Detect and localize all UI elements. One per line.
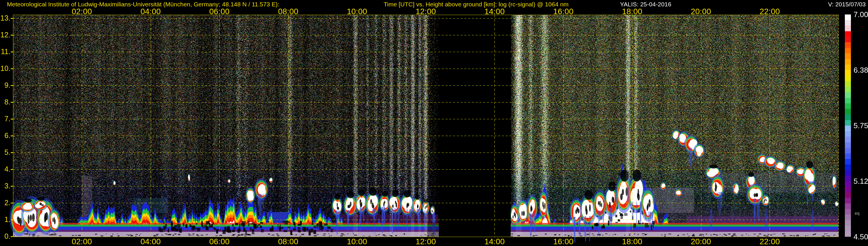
y-tick-label: 11. bbox=[0, 48, 10, 56]
x-tick-label-top: 16:00 bbox=[550, 7, 577, 16]
x-tick-label-top: 20:00 bbox=[687, 7, 715, 16]
colorbar bbox=[845, 14, 851, 237]
x-tick-label-top: 22:00 bbox=[756, 7, 783, 16]
software-version: V: 2015/07/03 bbox=[828, 1, 866, 7]
y-tick-label: 4. bbox=[0, 165, 10, 173]
institute-title: Meteorological Institute of Ludwig-Maxim… bbox=[7, 1, 279, 7]
x-tick-label-bottom: 12:00 bbox=[412, 237, 440, 246]
x-tick-label-bottom: 22:00 bbox=[756, 237, 783, 246]
x-tick-label-bottom: 18:00 bbox=[618, 237, 646, 246]
plot-title: Time [UTC] vs. Height above ground [km]:… bbox=[384, 1, 568, 7]
colorbar-tick-label: 5.12 bbox=[854, 177, 868, 186]
colorbar-tick-label: 7.00 bbox=[854, 10, 868, 19]
x-tick-label-top: 04:00 bbox=[137, 7, 165, 16]
x-tick-label-top: 02:00 bbox=[68, 7, 96, 16]
y-tick-label: 5. bbox=[0, 149, 10, 157]
x-tick-label-top: 14:00 bbox=[480, 7, 508, 16]
x-tick-label-top: 18:00 bbox=[618, 7, 646, 16]
y-tick-label: 7. bbox=[0, 115, 10, 123]
y-tick-label: 12. bbox=[0, 31, 10, 39]
y-tick-label: 13. bbox=[0, 14, 10, 22]
x-tick-label-bottom: 20:00 bbox=[687, 237, 715, 246]
y-tick-label: 9. bbox=[0, 81, 10, 89]
y-tick-label: 10. bbox=[0, 65, 10, 73]
colorbar-unit-note: eq bbox=[855, 211, 860, 216]
y-tick-label: 0. bbox=[0, 233, 10, 241]
y-tick-label: 8. bbox=[0, 98, 10, 106]
lidar-heatmap-canvas bbox=[0, 0, 868, 246]
x-tick-label-bottom: 16:00 bbox=[550, 237, 577, 246]
lidar-quicklook-app: Meteorological Institute of Ludwig-Maxim… bbox=[0, 0, 868, 246]
x-tick-label-bottom: 04:00 bbox=[137, 237, 165, 246]
x-tick-label-bottom: 08:00 bbox=[274, 237, 302, 246]
x-tick-label-top: 06:00 bbox=[206, 7, 233, 16]
colorbar-tick-label: 5.75 bbox=[854, 122, 868, 130]
y-tick-label: 2. bbox=[0, 199, 10, 207]
x-tick-label-top: 10:00 bbox=[343, 7, 371, 16]
x-tick-label-bottom: 14:00 bbox=[480, 237, 508, 246]
x-tick-label-bottom: 02:00 bbox=[68, 237, 96, 246]
x-tick-label-top: 12:00 bbox=[412, 7, 440, 16]
y-tick-label: 1. bbox=[0, 216, 10, 224]
x-tick-label-top: 08:00 bbox=[274, 7, 302, 16]
instrument-date: YALIS: 25-04-2016 bbox=[620, 1, 671, 7]
y-tick-label: 3. bbox=[0, 182, 10, 190]
x-tick-label-bottom: 06:00 bbox=[206, 237, 233, 246]
colorbar-tick-label: 4.50 bbox=[854, 233, 868, 241]
colorbar-tick-label: 6.38 bbox=[854, 66, 868, 74]
y-tick-label: 6. bbox=[0, 132, 10, 140]
x-tick-label-bottom: 10:00 bbox=[343, 237, 371, 246]
